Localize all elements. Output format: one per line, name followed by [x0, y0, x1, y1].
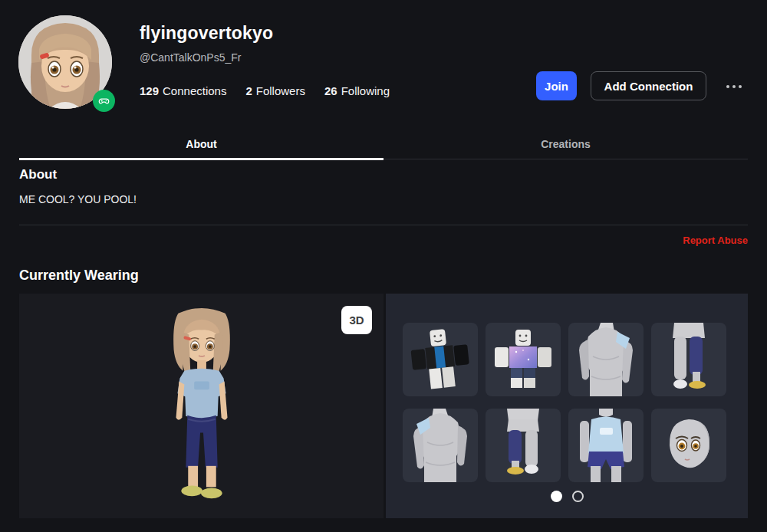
- 3d-toggle-button[interactable]: 3D: [341, 306, 372, 334]
- followers-count: 2: [245, 84, 252, 97]
- item-gray-torso-left-shoulder[interactable]: [403, 409, 478, 482]
- item-navy-capri-pants-right-leg[interactable]: [651, 323, 726, 396]
- connections-label: Connections: [163, 84, 226, 97]
- profile-tabbar: About Creations: [19, 130, 748, 159]
- in-game-presence-badge: [93, 90, 115, 112]
- user-handle: @CantTalkOnPs5_Fr: [140, 51, 241, 64]
- stat-following[interactable]: 26Following: [324, 84, 390, 97]
- stat-connections[interactable]: 129Connections: [140, 84, 226, 97]
- item-gray-torso-right-shoulder[interactable]: [568, 323, 644, 396]
- item-anime-style-head[interactable]: [651, 409, 726, 482]
- gray-torso-mirrored-icon: [403, 409, 478, 482]
- item-navy-capri-pants-left-leg[interactable]: [486, 409, 561, 482]
- gray-torso-icon: [568, 323, 644, 396]
- item-galaxy-top-denim-outfit[interactable]: [486, 323, 561, 396]
- wearing-items-panel: [386, 294, 748, 518]
- more-menu-button[interactable]: [719, 77, 749, 97]
- item-blue-tank-swimsuit[interactable]: [568, 409, 644, 482]
- tab-about[interactable]: About: [19, 130, 384, 159]
- ellipsis-icon: [732, 85, 736, 88]
- report-abuse-link[interactable]: Report Abuse: [683, 235, 748, 246]
- followers-label: Followers: [256, 84, 305, 97]
- gamepad-icon: [97, 94, 110, 107]
- wearing-items-grid: [403, 323, 726, 482]
- currently-wearing-heading: Currently Wearing: [19, 268, 139, 284]
- join-button[interactable]: Join: [536, 71, 577, 100]
- carousel-pagination: [386, 491, 748, 502]
- ellipsis-icon: [726, 85, 729, 88]
- about-heading: About: [19, 167, 57, 182]
- ellipsis-icon: [739, 85, 742, 88]
- carousel-dot-1[interactable]: [551, 491, 562, 502]
- page-title-username: flyingovertokyo: [140, 23, 273, 44]
- profile-stats: 129Connections 2Followers 26Following: [140, 84, 390, 97]
- item-black-jacket-blue-shirt[interactable]: [403, 323, 478, 396]
- blue-tank-swimsuit-icon: [568, 409, 644, 482]
- add-connection-button[interactable]: Add Connection: [591, 71, 706, 100]
- galaxy-top-denim-outfit-icon: [486, 323, 561, 396]
- black-jacket-blue-shirt-icon: [403, 323, 478, 396]
- avatar-3d-render: [137, 303, 266, 508]
- navy-capri-leg-icon: [486, 409, 561, 482]
- following-count: 26: [324, 84, 337, 97]
- section-divider: [19, 225, 748, 225]
- following-label: Following: [341, 84, 390, 97]
- connections-count: 129: [140, 84, 159, 97]
- avatar-3d-viewer[interactable]: 3D: [19, 294, 384, 518]
- anime-head-icon: [651, 409, 726, 482]
- tab-creations[interactable]: Creations: [384, 130, 748, 159]
- profile-avatar: [18, 15, 112, 109]
- navy-capri-pants-icon: [651, 323, 726, 396]
- carousel-dot-2[interactable]: [572, 491, 584, 502]
- user-bio-text: ME COOL? YOU POOL!: [19, 193, 137, 205]
- stat-followers[interactable]: 2Followers: [245, 84, 305, 97]
- profile-page: flyingovertokyo @CantTalkOnPs5_Fr 129Con…: [0, 0, 767, 532]
